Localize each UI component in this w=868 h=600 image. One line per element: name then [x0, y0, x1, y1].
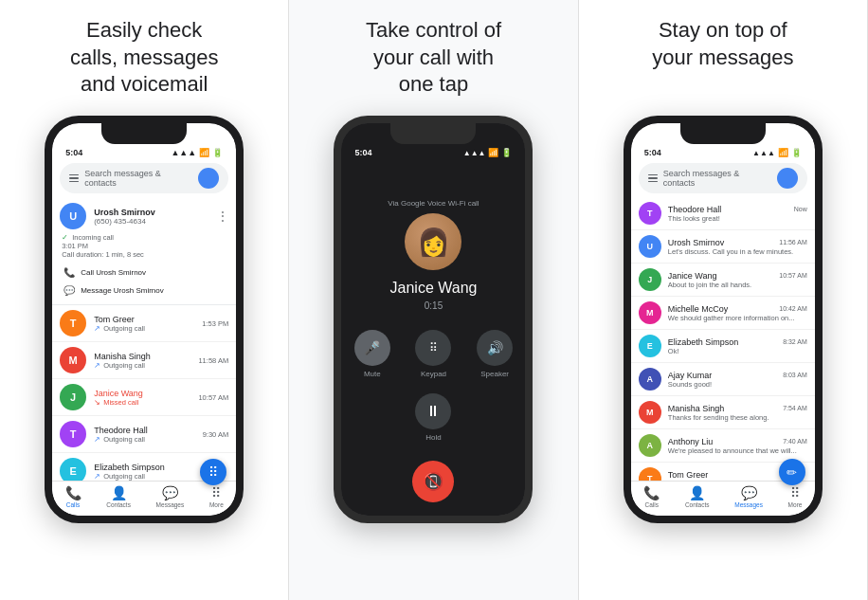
wifi-icon-3: 📶 [778, 148, 788, 157]
call-actions: 📞 Call Urosh Smirnov 💬 Message Urosh Smi… [60, 264, 228, 299]
call-action-message[interactable]: 💬 Message Urosh Smirnov [60, 282, 228, 299]
msg-name-manisha: Manisha Singh [668, 404, 725, 413]
avatar-msg-elizabeth: E [639, 335, 661, 357]
outgoing-icon-elizabeth: ↗ [94, 472, 100, 481]
time-3: 5:04 [644, 148, 661, 157]
time-janice: 10:57 AM [198, 393, 228, 402]
search-text-1: Search messages & contacts [84, 169, 192, 188]
dialpad-icon: ⠿ [208, 464, 218, 480]
msg-item-janice-msg[interactable]: J Janice Wang 10:57 AM About to join the… [631, 264, 815, 297]
nav-calls[interactable]: 📞 Calls [65, 485, 81, 508]
avatar-msg-anthony: A [639, 434, 661, 457]
caller-avatar-icon: 👩 [417, 227, 450, 258]
calls-nav-label: Calls [66, 501, 80, 508]
compose-fab[interactable]: ✏ [779, 459, 805, 485]
type-text-tom: Outgoing call [103, 324, 145, 333]
call-item-manisha[interactable]: M Manisha Singh ↗ Outgoing call 11:58 AM [52, 342, 236, 379]
msg-item-elizabeth-msg[interactable]: E Elizabeth Simpson 8:32 AM Ok! [631, 330, 815, 363]
keypad-label: Keypad [421, 370, 446, 378]
nav-more[interactable]: ⠿ More [209, 485, 224, 508]
avatar-msg-tom: T [639, 467, 661, 481]
nav-messages-3[interactable]: 💬 Messages [734, 485, 763, 508]
calls-panel: Easily checkcalls, messagesand voicemail… [0, 0, 289, 600]
call-type-text: Incoming call [72, 233, 114, 242]
messages-panel: Stay on top ofyour messages 5:04 ▲▲▲ 📶 🔋… [579, 0, 868, 600]
user-avatar-1 [198, 168, 219, 189]
hold-label: Hold [425, 433, 441, 442]
msg-header-michelle: Michelle McCoy 10:42 AM [668, 304, 807, 314]
call-controls-row: 🎤 Mute ⠿ Keypad 🔊 Speaker [341, 330, 525, 378]
msg-header-elizabeth: Elizabeth Simpson 8:32 AM [668, 337, 807, 347]
menu-icon-1 [69, 174, 79, 183]
calls-nav-icon-3: 📞 [643, 485, 660, 500]
avatar-msg-janice: J [639, 268, 661, 291]
call-action-call-label: Call Urosh Smirnov [81, 268, 146, 277]
expanded-header: U Urosh Smirnov (650) 435-4634 ⋮ [60, 203, 228, 229]
msg-info-manisha: Manisha Singh 7:54 AM Thanks for sending… [668, 404, 807, 422]
time-1: 5:04 [65, 148, 82, 157]
msg-time-ajay: 8:03 AM [783, 372, 807, 378]
mute-control[interactable]: 🎤 Mute [354, 330, 390, 378]
msg-name-urosh: Urosh Smirnov [668, 238, 725, 247]
msg-time-urosh: 11:56 AM [779, 239, 807, 245]
avatar-msg-michelle: M [639, 301, 661, 324]
msg-item-manisha-msg[interactable]: M Manisha Singh 7:54 AM Thanks for sendi… [631, 396, 815, 429]
mute-icon: 🎤 [354, 330, 390, 366]
mic-off-icon: 🎤 [364, 340, 380, 355]
nav-more-3[interactable]: ⠿ More [788, 485, 803, 508]
more-options-icon[interactable]: ⋮ [217, 209, 228, 223]
type-text-theodore: Outgoing call [103, 435, 145, 444]
call-type-line: ✓ Incoming call [62, 233, 228, 242]
call-item-tom[interactable]: T Tom Greer ↗ Outgoing call 1:53 PM [52, 305, 236, 342]
msg-preview-michelle: We should gather more information on... [668, 314, 807, 322]
calls-phone: 5:04 ▲▲▲ 📶 🔋 Search messages & contacts … [45, 116, 244, 523]
msg-time-anthony: 7:40 AM [783, 438, 807, 445]
msg-item-theodore[interactable]: T Theodore Hall Now This looks great! [631, 197, 815, 230]
call-item-theodore[interactable]: T Theodore Hall ↗ Outgoing call 9:30 AM [52, 416, 236, 453]
search-bar-1[interactable]: Search messages & contacts [60, 163, 228, 193]
msg-header-janice: Janice Wang 10:57 AM [668, 271, 807, 281]
call-time-line: 3:01 PM [62, 242, 228, 250]
msg-info-urosh: Urosh Smirnov 11:56 AM Let's discuss. Ca… [668, 238, 807, 256]
nav-contacts-3[interactable]: 👤 Contacts [685, 485, 710, 508]
call-item-janice[interactable]: J Janice Wang ↘ Missed call 10:57 AM [52, 379, 236, 416]
dialpad-fab[interactable]: ⠿ [200, 459, 226, 485]
phone-icon: 📞 [63, 267, 75, 278]
call-action-message-label: Message Urosh Smirnov [81, 286, 164, 295]
edit-icon: ✏ [787, 465, 797, 480]
type-janice: ↘ Missed call [94, 398, 190, 407]
msg-info-ajay: Ajay Kumar 8:03 AM Sounds good! [668, 371, 807, 389]
call-info-manisha: Manisha Singh ↗ Outgoing call [94, 352, 190, 370]
nav-calls-3[interactable]: 📞 Calls [643, 485, 660, 508]
keypad-control[interactable]: ⠿ Keypad [415, 330, 451, 378]
msg-time-michelle: 10:42 AM [779, 305, 807, 312]
call-action-call[interactable]: 📞 Call Urosh Smirnov [60, 264, 228, 281]
msg-header-urosh: Urosh Smirnov 11:56 AM [668, 238, 807, 247]
phone-notch-3 [680, 123, 766, 144]
msg-preview-anthony: We're pleased to announce that we will..… [668, 446, 807, 455]
search-bar-3[interactable]: Search messages & contacts [639, 163, 807, 193]
nav-messages[interactable]: 💬 Messages [156, 485, 185, 508]
msg-name-anthony: Anthony Liu [668, 437, 714, 446]
name-manisha: Manisha Singh [94, 352, 190, 361]
msg-info-michelle: Michelle McCoy 10:42 AM We should gather… [668, 304, 807, 322]
msg-time-manisha: 7:54 AM [783, 405, 807, 411]
speaker-control[interactable]: 🔊 Speaker [477, 330, 513, 378]
messages-phone: 5:04 ▲▲▲ 📶 🔋 Search messages & contacts … [624, 116, 823, 523]
hold-control[interactable]: ⏸ Hold [415, 393, 451, 442]
msg-item-michelle[interactable]: M Michelle McCoy 10:42 AM We should gath… [631, 297, 815, 330]
nav-contacts[interactable]: 👤 Contacts [106, 485, 131, 508]
more-nav-label: More [209, 501, 224, 508]
contacts-nav-label: Contacts [106, 501, 131, 508]
messages-nav-icon: 💬 [162, 485, 178, 500]
wifi-icon-2: 📶 [488, 148, 498, 157]
msg-name-michelle: Michelle McCoy [668, 304, 729, 314]
msg-item-ajay[interactable]: A Ajay Kumar 8:03 AM Sounds good! [631, 363, 815, 396]
msg-item-urosh[interactable]: U Urosh Smirnov 11:56 AM Let's discuss. … [631, 230, 815, 264]
msg-item-anthony[interactable]: A Anthony Liu 7:40 AM We're pleased to a… [631, 429, 815, 463]
msg-info-janice: Janice Wang 10:57 AM About to join the a… [668, 271, 807, 289]
contacts-nav-label-3: Contacts [685, 501, 710, 508]
calls-screen: 5:04 ▲▲▲ 📶 🔋 Search messages & contacts … [52, 123, 236, 516]
end-call-button[interactable]: 📵 [412, 461, 454, 502]
speaker-icon-symbol: 🔊 [487, 340, 503, 355]
